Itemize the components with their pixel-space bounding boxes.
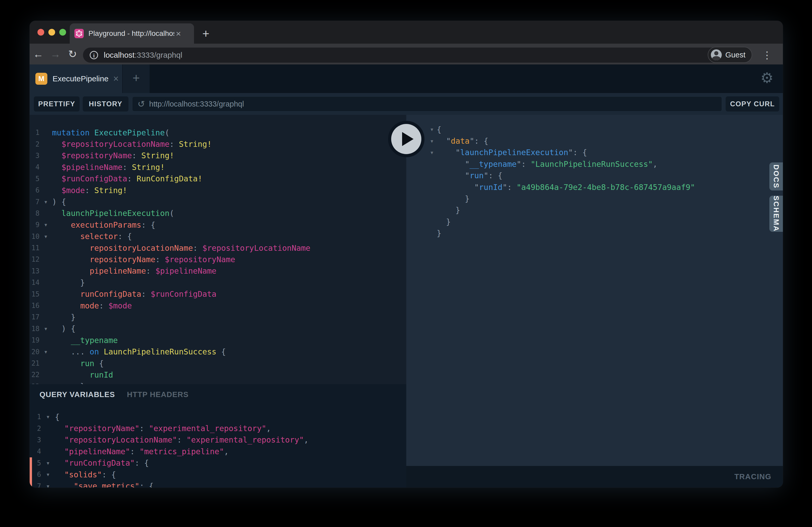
- copy-curl-button[interactable]: COPY CURL: [726, 96, 779, 111]
- code-line: }: [406, 205, 783, 216]
- line-number: 9: [30, 221, 40, 229]
- settings-gear-icon[interactable]: ⚙: [760, 70, 773, 86]
- browser-menu-icon[interactable]: ⋮: [762, 50, 772, 60]
- tab-query-variables[interactable]: QUERY VARIABLES: [40, 390, 115, 399]
- line-number: 7: [30, 198, 40, 206]
- fold-arrow-icon[interactable]: ▾: [427, 149, 437, 156]
- line-number: 2: [30, 140, 40, 148]
- browser-toolbar: ← → ↻ i localhost:3333/graphql Guest ⋮: [30, 44, 783, 64]
- docs-side-tab[interactable]: DOCS: [769, 162, 783, 191]
- session-tab-executepipeline[interactable]: M ExecutePipeline ×: [30, 64, 122, 93]
- line-number: 22: [30, 371, 40, 379]
- fold-arrow-icon[interactable]: ▾: [427, 126, 437, 133]
- code-line: }: [406, 193, 783, 204]
- lint-marker: [30, 457, 32, 469]
- variables-panel[interactable]: QUERY VARIABLES HTTP HEADERS 1▾{2 "repos…: [30, 384, 406, 487]
- zoom-window-button[interactable]: [59, 29, 66, 35]
- code-line: 7▾ "save_metrics": {: [30, 480, 406, 487]
- reload-icon[interactable]: ↻: [64, 48, 81, 60]
- fold-arrow-icon[interactable]: ▾: [40, 349, 52, 355]
- playground-tabbar: M ExecutePipeline × + ⚙: [30, 64, 783, 93]
- code-text: runConfigData: $runConfigData: [52, 289, 216, 299]
- line-number: 10: [30, 232, 40, 240]
- code-text: "pipelineName": "metrics_pipeline",: [55, 447, 229, 456]
- code-text: runId: [52, 370, 113, 379]
- code-line: }: [406, 216, 783, 227]
- new-tab-button[interactable]: +: [202, 27, 209, 41]
- session-close-icon[interactable]: ×: [113, 74, 119, 84]
- fold-arrow-icon[interactable]: ▾: [41, 483, 55, 487]
- line-number: 3: [30, 436, 41, 444]
- fold-arrow-icon[interactable]: ▾: [40, 326, 52, 332]
- address-bar[interactable]: i localhost:3333/graphql: [83, 48, 721, 63]
- tab-http-headers[interactable]: HTTP HEADERS: [127, 390, 189, 399]
- new-session-button[interactable]: +: [123, 64, 149, 93]
- url-host: localhost: [104, 51, 134, 59]
- code-text: ) {: [52, 324, 75, 333]
- browser-tab-title: Playground - http://localhost:3: [88, 29, 174, 38]
- code-text: $runConfigData: RunConfigData!: [52, 174, 202, 183]
- profile-name: Guest: [725, 51, 745, 59]
- line-number: 21: [30, 359, 40, 367]
- line-number: 4: [30, 448, 41, 455]
- tab-close-icon[interactable]: ×: [176, 29, 181, 38]
- back-icon[interactable]: ←: [30, 48, 47, 60]
- prettify-button[interactable]: PRETTIFY: [34, 96, 79, 111]
- site-info-icon[interactable]: i: [90, 51, 98, 59]
- tracing-toggle[interactable]: TRACING: [734, 472, 771, 481]
- code-text: mutation ExecutePipeline(: [52, 128, 170, 137]
- code-line: ▾{: [406, 124, 783, 135]
- endpoint-input-wrap: ↺: [132, 96, 722, 111]
- code-text: "runId": "a49b864a-79e2-4be8-b78c-687457…: [437, 183, 695, 192]
- fold-arrow-icon[interactable]: ▾: [40, 234, 52, 240]
- line-number: 15: [30, 290, 40, 298]
- code-text: $pipelineName: String!: [52, 163, 165, 172]
- code-line: 19 __typename: [30, 334, 406, 346]
- code-text: "save_metrics": {: [55, 482, 154, 487]
- code-text: "solids": {: [55, 470, 116, 479]
- code-line: "run": {: [406, 170, 783, 181]
- line-number: 2: [30, 425, 41, 433]
- execute-button[interactable]: [388, 121, 424, 157]
- code-line: 17 }: [30, 311, 406, 323]
- code-text: repositoryName: $repositoryName: [52, 255, 235, 264]
- endpoint-input[interactable]: [149, 100, 695, 108]
- code-line: "runId": "a49b864a-79e2-4be8-b78c-687457…: [406, 181, 783, 193]
- endpoint-history-icon[interactable]: ↺: [137, 99, 145, 109]
- code-text: ) {: [52, 197, 66, 206]
- code-line: 13 pipelineName: $pipelineName: [30, 265, 406, 277]
- code-line: 18▾ ) {: [30, 323, 406, 334]
- code-text: "__typename": "LaunchPipelineRunSuccess"…: [437, 160, 657, 169]
- line-number: 3: [30, 152, 40, 160]
- code-line: 6▾ "solids": {: [30, 469, 406, 480]
- fold-arrow-icon[interactable]: ▾: [40, 199, 52, 205]
- code-line: 16 mode: $mode: [30, 300, 406, 311]
- fold-arrow-icon[interactable]: ▾: [40, 222, 52, 228]
- line-number: 19: [30, 336, 40, 344]
- fold-arrow-icon[interactable]: ▾: [41, 471, 55, 478]
- code-text: "runConfigData": {: [55, 458, 149, 467]
- mutation-badge: M: [35, 73, 47, 85]
- fold-arrow-icon[interactable]: ▾: [41, 460, 55, 466]
- close-window-button[interactable]: [38, 29, 44, 35]
- minimize-window-button[interactable]: [48, 29, 55, 35]
- line-number: 1: [30, 129, 40, 136]
- schema-side-tab[interactable]: SCHEMA: [769, 196, 783, 232]
- code-text: "repositoryLocationName": "experimental_…: [55, 435, 308, 445]
- history-button[interactable]: HISTORY: [83, 96, 129, 111]
- fold-arrow-icon[interactable]: ▾: [427, 138, 437, 144]
- profile-button[interactable]: Guest: [708, 47, 752, 63]
- code-line: 11 repositoryLocationName: $repositoryLo…: [30, 242, 406, 254]
- browser-tab[interactable]: Playground - http://localhost:3 ×: [70, 24, 194, 44]
- query-editor[interactable]: 1mutation ExecutePipeline(2 $repositoryL…: [30, 115, 406, 384]
- code-text: $repositoryName: String!: [52, 151, 174, 160]
- url-text: localhost:3333/graphql: [104, 51, 182, 60]
- code-text: $repositoryLocationName: String!: [52, 139, 212, 149]
- code-text: }: [437, 229, 441, 238]
- url-path: :3333/graphql: [134, 51, 182, 59]
- code-line: 7▾) {: [30, 196, 406, 207]
- code-line: 20▾ ... on LaunchPipelineRunSuccess {: [30, 346, 406, 357]
- fold-arrow-icon[interactable]: ▾: [41, 414, 55, 420]
- code-text: __typename: [52, 336, 118, 345]
- line-number: 5: [30, 175, 40, 183]
